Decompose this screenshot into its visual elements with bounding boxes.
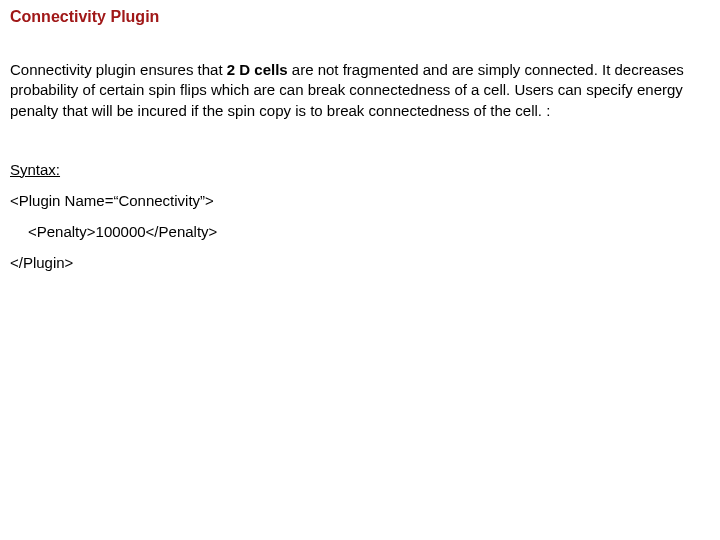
description-paragraph: Connectivity plugin ensures that 2 D cel… bbox=[10, 60, 710, 121]
document-page: Connectivity Plugin Connectivity plugin … bbox=[0, 0, 720, 295]
code-penalty-line: <Penalty>100000</Penalty> bbox=[10, 223, 710, 240]
code-plugin-close: </Plugin> bbox=[10, 254, 710, 271]
desc-bold: 2 D cells bbox=[227, 61, 288, 78]
page-title: Connectivity Plugin bbox=[10, 8, 710, 26]
desc-before-bold: Connectivity plugin ensures that bbox=[10, 61, 227, 78]
code-plugin-open: <Plugin Name=“Connectivity”> bbox=[10, 192, 710, 209]
syntax-label: Syntax: bbox=[10, 161, 710, 178]
